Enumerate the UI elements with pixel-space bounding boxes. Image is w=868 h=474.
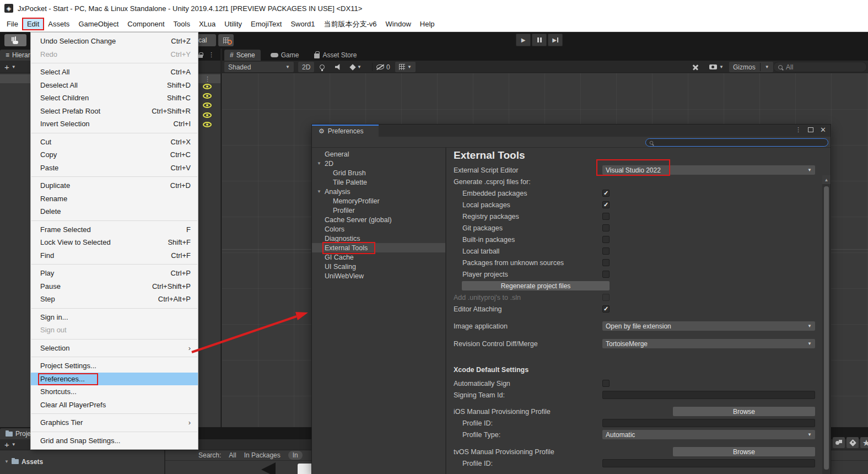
play-button[interactable]: ▶	[516, 34, 531, 46]
menu-item-undo-selection-change[interactable]: Undo Selection ChangeCtrl+Z	[31, 35, 198, 48]
checkbox-packages-from-unknown-sources[interactable]	[602, 259, 610, 266]
sidebar-item-grid-brush[interactable]: Grid Brush	[312, 168, 445, 177]
menu-item-invert-selection[interactable]: Invert SelectionCtrl+I	[31, 117, 198, 131]
menu-window[interactable]: Window	[381, 18, 416, 30]
asset-arrow-thumbnail[interactable]	[261, 462, 276, 474]
menu-item-frame-selected[interactable]: Frame SelectedF	[31, 223, 198, 236]
visibility-eye-icon[interactable]	[203, 112, 212, 118]
scene-audio-button[interactable]	[335, 62, 341, 72]
sidebar-item-profiler[interactable]: Profiler	[312, 206, 445, 215]
menu-file[interactable]: File	[2, 18, 23, 30]
checkbox-local-packages[interactable]: ✓	[602, 201, 610, 208]
component-tools-button[interactable]	[692, 62, 699, 72]
search-by-label-button[interactable]	[847, 437, 859, 448]
menu-item-deselect-all[interactable]: Deselect AllShift+D	[31, 79, 198, 92]
checkbox-built-in-packages[interactable]	[602, 236, 610, 243]
dropdown-profile-type[interactable]: Automatic▼	[602, 430, 815, 439]
tab-game[interactable]: Game	[265, 50, 305, 61]
menu-edit[interactable]: Edit	[23, 18, 44, 30]
checkbox-automatically-sign[interactable]	[602, 380, 610, 387]
shading-mode-dropdown[interactable]: Shaded▼	[224, 62, 294, 72]
menu-item-select-children[interactable]: Select ChildrenShift+C	[31, 91, 198, 105]
menu-item-select-all[interactable]: Select AllCtrl+A	[31, 66, 198, 79]
menu-item-select-prefab-root[interactable]: Select Prefab RootCtrl+Shift+R	[31, 105, 198, 118]
menu-v6[interactable]: 当前版本分支-v6	[320, 18, 381, 31]
menu-item-shortcuts[interactable]: Shortcuts...	[31, 385, 198, 398]
menu-emojitext[interactable]: EmojiText	[246, 18, 286, 30]
filter-in-packages[interactable]: In Packages	[244, 451, 281, 459]
dropdown-image-application[interactable]: Open by file extension▼	[602, 321, 815, 331]
menu-item-duplicate[interactable]: DuplicateCtrl+D	[31, 179, 198, 192]
scene-effects-button[interactable]: ▼	[351, 62, 362, 72]
camera-settings-button[interactable]: ▼	[709, 62, 724, 72]
close-icon[interactable]: ✕	[820, 126, 826, 133]
sidebar-item-gi-cache[interactable]: GI Cache	[312, 252, 445, 262]
sidebar-item-ui-scaling[interactable]: UI Scaling	[312, 262, 445, 271]
create-dropdown-icon[interactable]: ▼	[12, 64, 16, 69]
window-menu-icon[interactable]: ⋮	[795, 126, 801, 133]
search-by-type-button[interactable]	[833, 437, 845, 448]
create-dropdown-icon[interactable]: ▼	[12, 442, 16, 447]
tab-asset-store[interactable]: Asset Store	[309, 50, 362, 61]
sidebar-item-external-tools[interactable]: External Tools	[312, 243, 445, 252]
create-plus-button[interactable]: +	[4, 440, 9, 449]
visibility-eye-icon[interactable]	[203, 122, 212, 127]
checkbox-registry-packages[interactable]	[602, 213, 610, 220]
filter-in-assets[interactable]: In	[288, 451, 303, 460]
grid-visibility-button[interactable]: ▼	[395, 62, 416, 72]
foldout-icon[interactable]: ▼	[4, 459, 9, 464]
scroll-up-icon[interactable]: ▲	[822, 175, 831, 184]
tree-item-assets[interactable]: ▼ Assets	[0, 457, 164, 466]
grid-snap-button[interactable]	[218, 34, 234, 46]
menu-help[interactable]: Help	[416, 18, 439, 30]
scrollbar[interactable]: ▲	[822, 175, 831, 474]
sidebar-item-tile-palette[interactable]: Tile Palette	[312, 177, 445, 187]
menu-tools[interactable]: Tools	[169, 18, 195, 30]
menu-component[interactable]: Component	[123, 18, 169, 30]
tab-scene[interactable]: #Scene	[224, 50, 261, 61]
menu-item-selection[interactable]: Selection›	[31, 342, 198, 355]
menu-sword1[interactable]: Sword1	[286, 18, 319, 30]
checkbox-add-unityproj-s-to-sln[interactable]	[602, 294, 610, 301]
filter-all[interactable]: All	[229, 451, 236, 459]
effects-dropdown-icon[interactable]: ▼	[357, 64, 362, 69]
textfield-profile-id[interactable]	[602, 419, 815, 427]
foldout-icon[interactable]: ▼	[317, 189, 321, 194]
visibility-eye-icon[interactable]	[203, 93, 212, 99]
pause-button[interactable]	[532, 34, 547, 46]
checkbox-editor-attaching[interactable]: ✓	[602, 305, 610, 313]
dropdown-revision-control-diff-merge[interactable]: TortoiseMerge▼	[602, 339, 815, 348]
menu-item-copy[interactable]: CopyCtrl+C	[31, 148, 198, 161]
menu-item-delete[interactable]: Delete	[31, 205, 198, 218]
browse-button[interactable]: Browse	[673, 447, 815, 456]
sidebar-item-uniwebview[interactable]: UniWebView	[312, 271, 445, 281]
menu-item-step[interactable]: StepCtrl+Alt+P	[31, 293, 198, 306]
menu-item-find[interactable]: FindCtrl+F	[31, 249, 198, 262]
tab-preferences[interactable]: ⚙ Preferences	[312, 125, 379, 137]
menu-xlua[interactable]: XLua	[195, 18, 220, 30]
scrollbar-thumb[interactable]	[824, 186, 829, 470]
checkbox-embedded-packages[interactable]: ✓	[602, 190, 610, 197]
hierarchy-menu-icon[interactable]: ⋮	[208, 51, 214, 58]
scene-search-input[interactable]: All	[773, 62, 867, 72]
foldout-icon[interactable]: ▼	[317, 161, 321, 166]
menu-item-rename[interactable]: Rename	[31, 192, 198, 206]
menu-item-graphics-tier[interactable]: Graphics Tier›	[31, 416, 198, 429]
menu-assets[interactable]: Assets	[44, 18, 74, 30]
checkbox-local-tarball[interactable]	[602, 247, 610, 255]
sidebar-item-2d[interactable]: ▼2D	[312, 159, 445, 168]
menu-gameobject[interactable]: GameObject	[74, 18, 123, 30]
menu-item-redo[interactable]: RedoCtrl+Y	[31, 48, 198, 61]
menu-item-sign-out[interactable]: Sign out	[31, 324, 198, 337]
menu-item-cut[interactable]: CutCtrl+X	[31, 136, 198, 149]
menu-item-preferences[interactable]: Preferences...	[31, 373, 198, 386]
menu-item-grid-and-snap-settings[interactable]: Grid and Snap Settings...	[31, 434, 198, 448]
checkbox-player-projects[interactable]	[602, 271, 610, 278]
maximize-icon[interactable]	[808, 127, 813, 132]
sidebar-item-memoryprofiler[interactable]: MemoryProfiler	[312, 196, 445, 206]
scene-lighting-button[interactable]	[320, 62, 325, 72]
sidebar-item-general[interactable]: General	[312, 149, 445, 159]
menu-item-play[interactable]: PlayCtrl+P	[31, 267, 198, 280]
hand-tool-button[interactable]	[4, 34, 26, 46]
sidebar-item-colors[interactable]: Colors	[312, 224, 445, 234]
